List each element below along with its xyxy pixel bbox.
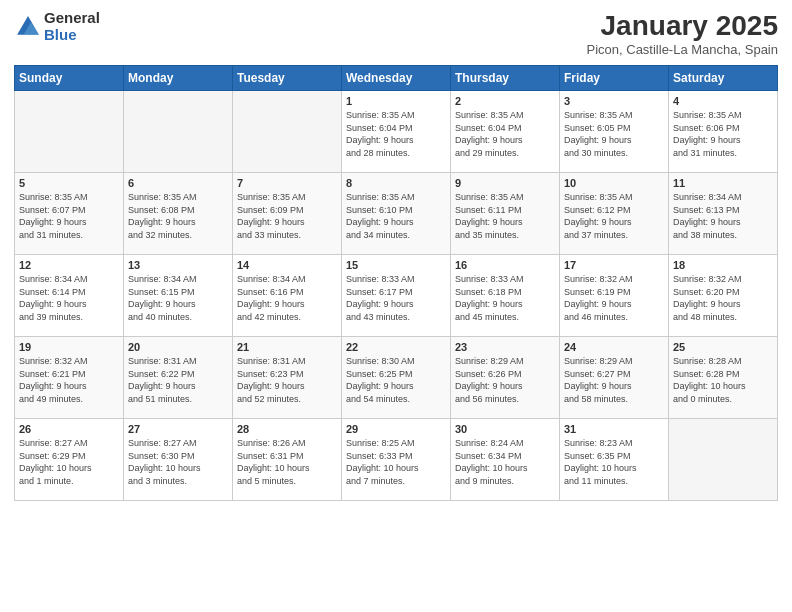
calendar-cell [669, 419, 778, 501]
col-thursday: Thursday [451, 66, 560, 91]
logo-general: General [44, 10, 100, 27]
calendar-cell: 31Sunrise: 8:23 AMSunset: 6:35 PMDayligh… [560, 419, 669, 501]
day-info: Sunrise: 8:27 AMSunset: 6:30 PMDaylight:… [128, 437, 228, 487]
col-friday: Friday [560, 66, 669, 91]
calendar-cell: 23Sunrise: 8:29 AMSunset: 6:26 PMDayligh… [451, 337, 560, 419]
calendar-cell: 16Sunrise: 8:33 AMSunset: 6:18 PMDayligh… [451, 255, 560, 337]
calendar-cell: 13Sunrise: 8:34 AMSunset: 6:15 PMDayligh… [124, 255, 233, 337]
title-area: January 2025 Picon, Castille-La Mancha, … [587, 10, 779, 57]
calendar-cell: 26Sunrise: 8:27 AMSunset: 6:29 PMDayligh… [15, 419, 124, 501]
calendar-cell: 29Sunrise: 8:25 AMSunset: 6:33 PMDayligh… [342, 419, 451, 501]
calendar-week-3: 19Sunrise: 8:32 AMSunset: 6:21 PMDayligh… [15, 337, 778, 419]
calendar-cell: 25Sunrise: 8:28 AMSunset: 6:28 PMDayligh… [669, 337, 778, 419]
calendar-cell: 11Sunrise: 8:34 AMSunset: 6:13 PMDayligh… [669, 173, 778, 255]
calendar-cell: 12Sunrise: 8:34 AMSunset: 6:14 PMDayligh… [15, 255, 124, 337]
day-info: Sunrise: 8:32 AMSunset: 6:21 PMDaylight:… [19, 355, 119, 405]
day-number: 19 [19, 341, 119, 353]
calendar-cell: 19Sunrise: 8:32 AMSunset: 6:21 PMDayligh… [15, 337, 124, 419]
calendar-cell: 8Sunrise: 8:35 AMSunset: 6:10 PMDaylight… [342, 173, 451, 255]
calendar-cell [233, 91, 342, 173]
logo: General Blue [14, 10, 100, 43]
subtitle: Picon, Castille-La Mancha, Spain [587, 42, 779, 57]
day-info: Sunrise: 8:35 AMSunset: 6:07 PMDaylight:… [19, 191, 119, 241]
day-info: Sunrise: 8:28 AMSunset: 6:28 PMDaylight:… [673, 355, 773, 405]
day-number: 12 [19, 259, 119, 271]
day-number: 20 [128, 341, 228, 353]
day-info: Sunrise: 8:35 AMSunset: 6:04 PMDaylight:… [455, 109, 555, 159]
day-info: Sunrise: 8:29 AMSunset: 6:27 PMDaylight:… [564, 355, 664, 405]
calendar-week-2: 12Sunrise: 8:34 AMSunset: 6:14 PMDayligh… [15, 255, 778, 337]
day-number: 1 [346, 95, 446, 107]
header: General Blue January 2025 Picon, Castill… [14, 10, 778, 57]
calendar-cell: 21Sunrise: 8:31 AMSunset: 6:23 PMDayligh… [233, 337, 342, 419]
calendar-cell: 22Sunrise: 8:30 AMSunset: 6:25 PMDayligh… [342, 337, 451, 419]
day-number: 29 [346, 423, 446, 435]
calendar-week-4: 26Sunrise: 8:27 AMSunset: 6:29 PMDayligh… [15, 419, 778, 501]
calendar-cell: 28Sunrise: 8:26 AMSunset: 6:31 PMDayligh… [233, 419, 342, 501]
day-number: 27 [128, 423, 228, 435]
day-number: 2 [455, 95, 555, 107]
day-number: 9 [455, 177, 555, 189]
day-info: Sunrise: 8:24 AMSunset: 6:34 PMDaylight:… [455, 437, 555, 487]
day-number: 11 [673, 177, 773, 189]
calendar-cell: 6Sunrise: 8:35 AMSunset: 6:08 PMDaylight… [124, 173, 233, 255]
day-info: Sunrise: 8:35 AMSunset: 6:11 PMDaylight:… [455, 191, 555, 241]
day-info: Sunrise: 8:32 AMSunset: 6:20 PMDaylight:… [673, 273, 773, 323]
day-info: Sunrise: 8:34 AMSunset: 6:15 PMDaylight:… [128, 273, 228, 323]
day-number: 26 [19, 423, 119, 435]
calendar-week-0: 1Sunrise: 8:35 AMSunset: 6:04 PMDaylight… [15, 91, 778, 173]
calendar-header-row: Sunday Monday Tuesday Wednesday Thursday… [15, 66, 778, 91]
calendar-cell: 14Sunrise: 8:34 AMSunset: 6:16 PMDayligh… [233, 255, 342, 337]
day-number: 8 [346, 177, 446, 189]
day-info: Sunrise: 8:23 AMSunset: 6:35 PMDaylight:… [564, 437, 664, 487]
day-info: Sunrise: 8:29 AMSunset: 6:26 PMDaylight:… [455, 355, 555, 405]
day-number: 7 [237, 177, 337, 189]
calendar-cell [15, 91, 124, 173]
calendar-cell: 7Sunrise: 8:35 AMSunset: 6:09 PMDaylight… [233, 173, 342, 255]
col-tuesday: Tuesday [233, 66, 342, 91]
day-info: Sunrise: 8:27 AMSunset: 6:29 PMDaylight:… [19, 437, 119, 487]
calendar-cell: 9Sunrise: 8:35 AMSunset: 6:11 PMDaylight… [451, 173, 560, 255]
day-info: Sunrise: 8:30 AMSunset: 6:25 PMDaylight:… [346, 355, 446, 405]
calendar-cell: 27Sunrise: 8:27 AMSunset: 6:30 PMDayligh… [124, 419, 233, 501]
day-number: 18 [673, 259, 773, 271]
calendar-table: Sunday Monday Tuesday Wednesday Thursday… [14, 65, 778, 501]
day-number: 21 [237, 341, 337, 353]
calendar-cell: 2Sunrise: 8:35 AMSunset: 6:04 PMDaylight… [451, 91, 560, 173]
calendar-cell: 30Sunrise: 8:24 AMSunset: 6:34 PMDayligh… [451, 419, 560, 501]
day-number: 13 [128, 259, 228, 271]
day-info: Sunrise: 8:26 AMSunset: 6:31 PMDaylight:… [237, 437, 337, 487]
col-saturday: Saturday [669, 66, 778, 91]
col-monday: Monday [124, 66, 233, 91]
day-number: 10 [564, 177, 664, 189]
calendar-week-1: 5Sunrise: 8:35 AMSunset: 6:07 PMDaylight… [15, 173, 778, 255]
day-info: Sunrise: 8:34 AMSunset: 6:14 PMDaylight:… [19, 273, 119, 323]
day-number: 6 [128, 177, 228, 189]
day-info: Sunrise: 8:35 AMSunset: 6:04 PMDaylight:… [346, 109, 446, 159]
calendar-cell: 20Sunrise: 8:31 AMSunset: 6:22 PMDayligh… [124, 337, 233, 419]
day-info: Sunrise: 8:35 AMSunset: 6:10 PMDaylight:… [346, 191, 446, 241]
calendar-cell: 24Sunrise: 8:29 AMSunset: 6:27 PMDayligh… [560, 337, 669, 419]
day-number: 17 [564, 259, 664, 271]
calendar-cell: 3Sunrise: 8:35 AMSunset: 6:05 PMDaylight… [560, 91, 669, 173]
day-info: Sunrise: 8:33 AMSunset: 6:18 PMDaylight:… [455, 273, 555, 323]
page: General Blue January 2025 Picon, Castill… [0, 0, 792, 612]
day-info: Sunrise: 8:32 AMSunset: 6:19 PMDaylight:… [564, 273, 664, 323]
day-info: Sunrise: 8:34 AMSunset: 6:13 PMDaylight:… [673, 191, 773, 241]
day-info: Sunrise: 8:35 AMSunset: 6:09 PMDaylight:… [237, 191, 337, 241]
calendar-cell: 18Sunrise: 8:32 AMSunset: 6:20 PMDayligh… [669, 255, 778, 337]
day-number: 22 [346, 341, 446, 353]
day-info: Sunrise: 8:35 AMSunset: 6:12 PMDaylight:… [564, 191, 664, 241]
logo-icon [14, 13, 42, 41]
day-number: 15 [346, 259, 446, 271]
day-info: Sunrise: 8:35 AMSunset: 6:05 PMDaylight:… [564, 109, 664, 159]
day-info: Sunrise: 8:35 AMSunset: 6:08 PMDaylight:… [128, 191, 228, 241]
calendar-cell: 17Sunrise: 8:32 AMSunset: 6:19 PMDayligh… [560, 255, 669, 337]
day-number: 5 [19, 177, 119, 189]
day-number: 28 [237, 423, 337, 435]
calendar-cell: 10Sunrise: 8:35 AMSunset: 6:12 PMDayligh… [560, 173, 669, 255]
calendar-cell: 1Sunrise: 8:35 AMSunset: 6:04 PMDaylight… [342, 91, 451, 173]
day-number: 24 [564, 341, 664, 353]
calendar-cell: 4Sunrise: 8:35 AMSunset: 6:06 PMDaylight… [669, 91, 778, 173]
day-info: Sunrise: 8:33 AMSunset: 6:17 PMDaylight:… [346, 273, 446, 323]
